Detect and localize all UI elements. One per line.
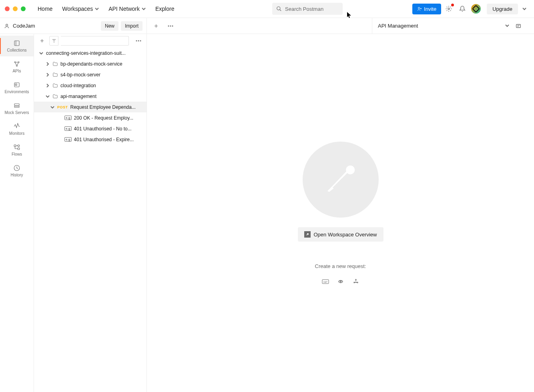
tab-menu-button[interactable]	[165, 21, 176, 31]
request-item[interactable]: POST Request Employee Dependa...	[34, 102, 147, 112]
workspace-selector[interactable]: CodeJam New Import	[0, 18, 147, 34]
invite-label: Invite	[424, 6, 436, 12]
search-input[interactable]: Search Postman	[272, 3, 343, 15]
svg-point-2	[448, 8, 450, 10]
search-placeholder: Search Postman	[285, 6, 323, 12]
folder-item[interactable]: s4-bp-mock-server	[34, 69, 147, 80]
person-add-icon	[417, 6, 422, 11]
folder-item[interactable]: cloud-integration	[34, 80, 147, 91]
add-collection-button[interactable]	[37, 36, 47, 46]
rail-mock-servers[interactable]: Mock Servers	[0, 98, 34, 119]
workspace-header: CodeJam New Import API Management	[0, 18, 534, 34]
collection-name: connecting-services-integration-suit...	[46, 50, 126, 56]
nav-home[interactable]: Home	[34, 3, 56, 14]
workspace-name: CodeJam	[13, 23, 35, 29]
example-icon: e.g	[64, 126, 72, 131]
search-icon	[276, 6, 282, 12]
svg-point-9	[14, 62, 16, 63]
new-tab-button[interactable]	[151, 21, 161, 31]
rail-label: Flows	[12, 152, 22, 156]
invite-button[interactable]: Invite	[412, 4, 441, 14]
dots-icon	[136, 40, 141, 42]
chevron-right-icon	[46, 84, 50, 88]
import-button[interactable]: Import	[121, 21, 143, 31]
svg-point-11	[16, 65, 18, 66]
request-name: Request Employee Dependa...	[70, 104, 136, 110]
sidebar-filter-input[interactable]	[61, 36, 129, 46]
nav-workspaces-label: Workspaces	[62, 6, 93, 12]
rail-collections[interactable]: Collections	[0, 36, 34, 56]
filter-button[interactable]	[49, 36, 59, 46]
nav-api-network[interactable]: API Network	[104, 3, 150, 14]
filter-icon	[52, 38, 56, 43]
chevron-down-icon	[142, 7, 146, 11]
environment-selector[interactable]: API Management	[372, 18, 530, 34]
plus-icon	[153, 23, 159, 29]
rail-flows[interactable]: Flows	[0, 140, 34, 160]
new-request-icons: GET	[322, 279, 359, 284]
mock-servers-icon	[13, 102, 20, 109]
svg-point-27	[355, 279, 356, 280]
rail-environments[interactable]: Environments	[0, 77, 34, 98]
postman-logo	[303, 142, 379, 218]
notification-badge	[451, 4, 454, 6]
rail-history[interactable]: History	[0, 160, 34, 181]
example-item[interactable]: e.g 401 Unauthorised - No to...	[34, 123, 147, 134]
flows-icon	[13, 144, 20, 151]
new-http-request[interactable]: GET	[322, 279, 329, 284]
svg-rect-13	[15, 84, 17, 86]
open-workspace-overview-button[interactable]: Open Workspace Overview	[298, 227, 383, 242]
svg-rect-15	[14, 106, 19, 108]
folder-icon	[52, 72, 58, 78]
chevron-down-icon	[39, 51, 43, 55]
example-item[interactable]: e.g 200 OK - Request Employ...	[34, 112, 147, 123]
rail-label: APIs	[12, 69, 21, 73]
example-item[interactable]: e.g 401 Unauthorised - Expire...	[34, 134, 147, 145]
new-button[interactable]: New	[101, 21, 118, 31]
svg-text:GET: GET	[323, 281, 327, 283]
avatar-button[interactable]	[470, 3, 482, 15]
maximize-window[interactable]	[21, 6, 26, 11]
rail-apis[interactable]: APIs	[0, 56, 34, 77]
plus-icon	[39, 38, 45, 44]
environment-quick-look[interactable]	[512, 23, 524, 29]
settings-button[interactable]	[443, 3, 455, 15]
rail-monitors[interactable]: Monitors	[0, 119, 34, 140]
svg-point-10	[18, 62, 19, 63]
folder-item[interactable]: api-management	[34, 91, 147, 102]
svg-point-0	[277, 7, 280, 10]
new-graphql-request[interactable]	[352, 279, 359, 284]
notifications-button[interactable]	[456, 3, 468, 15]
folder-icon	[52, 94, 58, 99]
nav-workspaces[interactable]: Workspaces	[58, 3, 103, 14]
gear-icon	[446, 6, 452, 12]
collections-sidebar: connecting-services-integration-suit... …	[34, 34, 147, 392]
close-window[interactable]	[5, 6, 10, 11]
folder-item[interactable]: bp-dependants-mock-service	[34, 58, 147, 69]
chevron-down-icon	[46, 94, 50, 98]
svg-rect-16	[14, 145, 16, 147]
new-websocket-request[interactable]	[337, 279, 344, 284]
chevron-down-icon	[505, 24, 509, 28]
upgrade-menu[interactable]	[520, 3, 529, 15]
svg-point-20	[136, 40, 137, 42]
http-icon: GET	[322, 279, 329, 284]
folder-name: api-management	[60, 94, 96, 99]
rail-label: Collections	[7, 48, 27, 52]
eye-icon	[515, 23, 522, 29]
nav-api-network-label: API Network	[108, 6, 140, 12]
rail-label: Monitors	[9, 131, 24, 136]
svg-rect-7	[516, 24, 521, 28]
sidebar-more-button[interactable]	[134, 36, 143, 46]
svg-point-21	[138, 40, 139, 42]
minimize-window[interactable]	[13, 6, 18, 11]
rail-label: History	[10, 173, 23, 177]
example-icon: e.g	[64, 137, 72, 142]
folder-name: bp-dependants-mock-service	[60, 61, 122, 67]
nav-explore[interactable]: Explore	[151, 3, 178, 14]
collection-root[interactable]: connecting-services-integration-suit...	[34, 48, 147, 58]
upgrade-button[interactable]: Upgrade	[487, 4, 518, 14]
environment-name: API Management	[378, 23, 418, 29]
svg-point-4	[168, 25, 169, 26]
graphql-icon	[353, 278, 359, 285]
